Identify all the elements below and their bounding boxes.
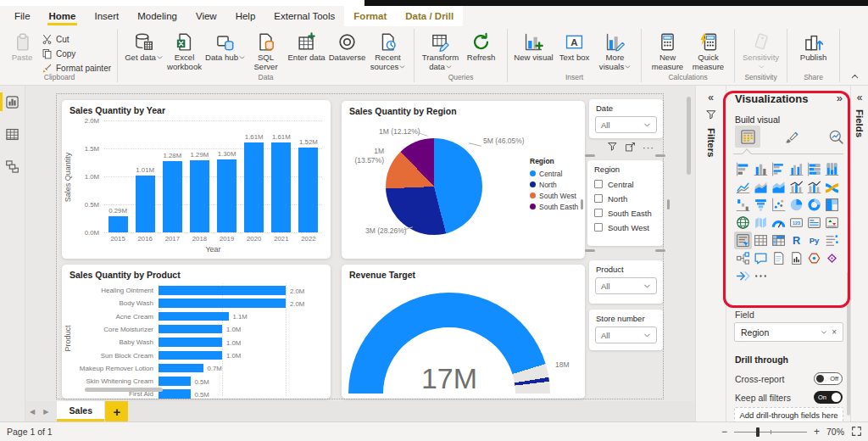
focus-mode-icon[interactable] [625,142,636,153]
visual-type-table[interactable] [752,232,770,249]
visual-type-hundred-stacked-column-chart[interactable] [823,160,841,178]
menu-tab-external-tools[interactable]: External Tools [264,6,344,26]
bar-2017[interactable] [163,161,182,232]
cut-button[interactable]: Cut [42,33,111,46]
checkbox-south-west[interactable] [594,223,603,232]
menu-tab-modeling[interactable]: Modeling [128,6,186,26]
visual-type-funnel-chart[interactable] [752,196,770,214]
visual-type-stacked-area-chart[interactable] [770,178,787,196]
visual-type-multi-row-card[interactable] [805,214,823,232]
collapse-ribbon-icon[interactable] [850,73,860,80]
menu-tab-view[interactable]: View [186,6,226,26]
bar-skin-whitening-cream[interactable] [159,377,191,386]
visual-type-filled-map[interactable] [752,214,770,232]
gauge-plot[interactable]: 17M [348,293,550,394]
chevron-down-icon[interactable] [821,330,827,335]
report-view-button[interactable] [0,86,25,118]
zoom-in-button[interactable]: + [814,426,820,438]
visual-type-scatter-chart[interactable] [770,196,787,214]
dataverse-button[interactable]: Dataverse [327,32,367,63]
add-drill-through-fields-dropzone[interactable]: Add drill-through fields here [734,407,843,422]
region-option-north[interactable]: North [594,193,627,204]
filter-icon[interactable] [607,142,618,153]
visual-type-ribbon-chart[interactable] [823,178,841,196]
bar-2015[interactable] [108,216,128,232]
product-dropdown[interactable]: All [595,277,657,294]
expand-fields-icon[interactable]: « [857,92,863,103]
visual-type-treemap[interactable] [823,196,841,214]
checkbox-north[interactable] [594,194,603,203]
bar-sun-block-cream[interactable] [159,351,222,360]
bar-2022[interactable] [298,148,318,232]
visual-sales-quantity-by-region[interactable]: Sales Quantity by Region 5M (46.05%)1M (… [342,101,585,259]
selection-handle[interactable] [585,154,595,157]
slicer-store-number[interactable]: Store number All [589,310,663,350]
paste-button[interactable]: Paste [8,32,36,75]
canvas-vertical-scrollbar[interactable] [687,97,691,175]
bar-2019[interactable] [217,159,236,232]
date-dropdown[interactable]: All [595,116,657,133]
bar-baby-wash[interactable] [159,338,222,347]
visual-type-key-influencers[interactable] [823,232,841,249]
visual-type-clustered-bar-chart[interactable] [770,160,787,178]
region-option-central[interactable]: Central [594,179,634,189]
refresh-button[interactable]: Refresh [461,32,501,63]
slicer-region[interactable]: Region CentralNorthSouth EasthSouth West [587,160,663,246]
legend-item-north[interactable]: North [530,179,578,190]
region-option-south-west[interactable]: South West [594,222,649,232]
field-well-region[interactable]: Region × [734,322,843,342]
visual-type-slicer[interactable] [734,232,752,249]
more-visuals-button[interactable]: More visuals [595,32,635,71]
bar-core-moisturizer[interactable] [159,325,222,334]
bar-2016[interactable] [136,176,155,232]
enter-data-button[interactable]: Enter data [287,32,326,63]
bar-healing-ointment[interactable] [159,286,286,295]
add-page-button[interactable]: + [105,401,128,421]
checkbox-central[interactable] [594,180,603,188]
zoom-slider[interactable] [734,432,807,433]
visual-type-card[interactable]: 123 [787,214,805,232]
slicer-product[interactable]: Product All [589,260,663,304]
new-measure-button[interactable]: New measure [648,32,687,71]
bar-body-wash[interactable] [159,299,286,308]
tab-format-visual[interactable] [779,126,804,148]
page-tab-sales[interactable]: Sales [57,401,104,421]
excel-workbook-button[interactable]: Excel workbook [164,32,204,71]
visual-type-line-and-clustered-column-chart[interactable] [805,178,823,196]
visual-type-paginated-report[interactable] [787,249,805,267]
data-view-button[interactable] [0,118,25,150]
bar-first-aid[interactable] [159,389,191,399]
visual-type-power-apps[interactable] [805,249,823,267]
model-view-button[interactable] [0,150,25,182]
visual-type-stacked-bar-chart[interactable] [734,160,752,178]
visual-sales-quantity-by-product[interactable]: Sales Quantity by Product Healing Ointme… [62,265,331,399]
visual-type-line-and-stacked-column-chart[interactable] [787,178,805,196]
keep-all-filters-toggle[interactable]: On [814,391,843,404]
visual-type-donut-chart[interactable] [805,196,823,214]
bar-makeup-remover-lotion[interactable] [159,364,203,373]
visual-type-stacked-column-chart[interactable] [752,160,770,178]
quick-measure-button[interactable]: Quick measure [688,32,728,71]
visual-type-kpi[interactable] [823,214,841,232]
visual-type-area-chart[interactable] [752,178,770,196]
recent-sources-button[interactable]: Recent sources [368,32,408,71]
menu-tab-data-drill[interactable]: Data / Drill [396,6,463,26]
selection-handle[interactable] [655,154,665,157]
bar-2020[interactable] [244,142,264,232]
report-canvas[interactable]: Sales Quantity by Year 0.0M0.5M1.0M1.5M2… [25,86,695,401]
new-visual-button[interactable]: New visual [514,32,554,63]
menu-tab-home[interactable]: Home [40,6,86,26]
visual-type-arcgis-maps[interactable] [823,249,841,267]
canvas-horizontal-scrollbar[interactable] [85,388,163,392]
bar-2018[interactable] [190,160,209,232]
cross-report-toggle[interactable]: Off [814,372,843,385]
visual-type-clustered-column-chart[interactable] [787,160,805,178]
visual-type-gauge[interactable] [770,214,787,232]
tab-build-visual[interactable] [735,126,760,148]
fit-to-page-button[interactable] [851,426,862,438]
visual-type-line-chart[interactable] [734,178,752,196]
visual-sales-quantity-by-year[interactable]: Sales Quantity by Year 0.0M0.5M1.0M1.5M2… [62,100,331,259]
collapse-visualizations-icon[interactable]: » [837,92,843,104]
menu-tab-file[interactable]: File [5,6,40,26]
next-page-arrow-icon[interactable]: ▶ [39,408,53,416]
